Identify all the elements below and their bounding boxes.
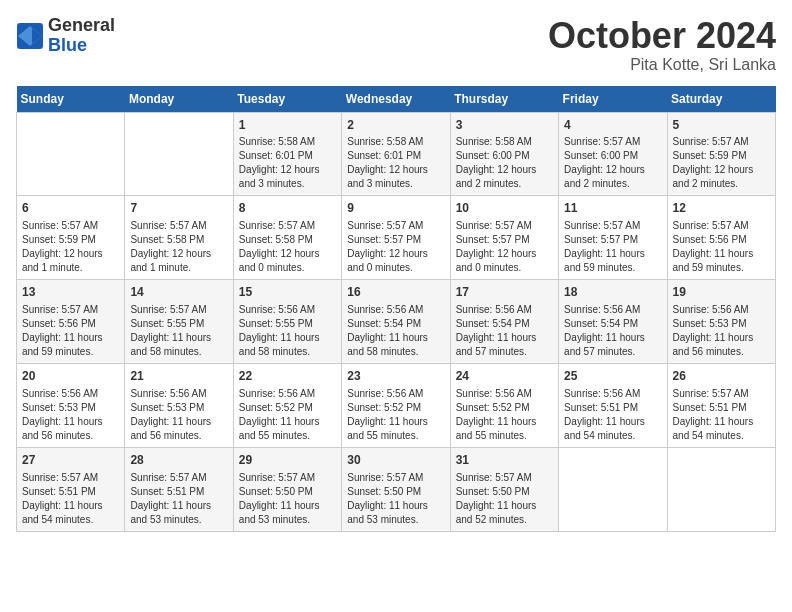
day-number: 8 (239, 200, 336, 217)
calendar-cell (125, 112, 233, 196)
col-monday: Monday (125, 86, 233, 113)
day-number: 20 (22, 368, 119, 385)
day-number: 26 (673, 368, 770, 385)
day-info-line: Sunset: 5:58 PM (130, 233, 227, 247)
day-info-line: Sunset: 5:56 PM (673, 233, 770, 247)
day-info-line: Sunrise: 5:56 AM (130, 387, 227, 401)
day-info-line: Sunset: 5:53 PM (673, 317, 770, 331)
day-number: 19 (673, 284, 770, 301)
calendar-cell: 21Sunrise: 5:56 AMSunset: 5:53 PMDayligh… (125, 363, 233, 447)
location: Pita Kotte, Sri Lanka (548, 56, 776, 74)
day-info-line: Sunset: 5:54 PM (564, 317, 661, 331)
day-number: 7 (130, 200, 227, 217)
day-number: 9 (347, 200, 444, 217)
day-info-line: Daylight: 11 hours and 56 minutes. (130, 415, 227, 443)
day-info-line: Sunrise: 5:57 AM (239, 471, 336, 485)
day-info-line: Daylight: 11 hours and 59 minutes. (564, 247, 661, 275)
calendar-week-row: 27Sunrise: 5:57 AMSunset: 5:51 PMDayligh… (17, 447, 776, 531)
day-info-line: Sunset: 5:59 PM (673, 149, 770, 163)
header-row: Sunday Monday Tuesday Wednesday Thursday… (17, 86, 776, 113)
calendar-week-row: 6Sunrise: 5:57 AMSunset: 5:59 PMDaylight… (17, 196, 776, 280)
day-info-line: Sunrise: 5:57 AM (22, 471, 119, 485)
day-info-line: Sunrise: 5:57 AM (456, 219, 553, 233)
day-number: 21 (130, 368, 227, 385)
day-info-line: Daylight: 12 hours and 1 minute. (130, 247, 227, 275)
day-info-line: Sunrise: 5:57 AM (673, 219, 770, 233)
day-info-line: Daylight: 12 hours and 2 minutes. (564, 163, 661, 191)
day-info-line: Sunset: 6:01 PM (347, 149, 444, 163)
day-number: 15 (239, 284, 336, 301)
day-info-line: Daylight: 11 hours and 53 minutes. (239, 499, 336, 527)
day-info-line: Sunrise: 5:56 AM (673, 303, 770, 317)
day-info-line: Sunrise: 5:58 AM (347, 135, 444, 149)
day-info-line: Daylight: 11 hours and 54 minutes. (673, 415, 770, 443)
day-number: 4 (564, 117, 661, 134)
day-info-line: Sunrise: 5:56 AM (456, 303, 553, 317)
day-number: 2 (347, 117, 444, 134)
day-info-line: Daylight: 11 hours and 52 minutes. (456, 499, 553, 527)
day-number: 6 (22, 200, 119, 217)
day-info-line: Daylight: 12 hours and 3 minutes. (239, 163, 336, 191)
calendar-cell: 15Sunrise: 5:56 AMSunset: 5:55 PMDayligh… (233, 280, 341, 364)
calendar-cell: 29Sunrise: 5:57 AMSunset: 5:50 PMDayligh… (233, 447, 341, 531)
day-info-line: Daylight: 12 hours and 2 minutes. (456, 163, 553, 191)
day-info-line: Sunset: 5:51 PM (130, 485, 227, 499)
day-number: 12 (673, 200, 770, 217)
day-info-line: Sunset: 5:57 PM (347, 233, 444, 247)
day-info-line: Sunrise: 5:57 AM (347, 219, 444, 233)
day-info-line: Daylight: 12 hours and 0 minutes. (239, 247, 336, 275)
day-info-line: Daylight: 11 hours and 55 minutes. (347, 415, 444, 443)
logo-icon (16, 22, 44, 50)
day-info-line: Sunset: 6:01 PM (239, 149, 336, 163)
calendar-cell: 22Sunrise: 5:56 AMSunset: 5:52 PMDayligh… (233, 363, 341, 447)
day-info-line: Daylight: 12 hours and 0 minutes. (456, 247, 553, 275)
day-info-line: Sunset: 5:50 PM (239, 485, 336, 499)
day-info-line: Sunrise: 5:57 AM (564, 135, 661, 149)
calendar-cell: 28Sunrise: 5:57 AMSunset: 5:51 PMDayligh… (125, 447, 233, 531)
day-info-line: Sunrise: 5:56 AM (564, 303, 661, 317)
day-info-line: Daylight: 11 hours and 57 minutes. (564, 331, 661, 359)
day-info-line: Daylight: 11 hours and 55 minutes. (456, 415, 553, 443)
day-info-line: Sunrise: 5:56 AM (239, 387, 336, 401)
day-number: 14 (130, 284, 227, 301)
calendar-cell: 9Sunrise: 5:57 AMSunset: 5:57 PMDaylight… (342, 196, 450, 280)
calendar-cell: 26Sunrise: 5:57 AMSunset: 5:51 PMDayligh… (667, 363, 775, 447)
day-number: 3 (456, 117, 553, 134)
day-info-line: Sunrise: 5:57 AM (239, 219, 336, 233)
day-info-line: Sunrise: 5:56 AM (22, 387, 119, 401)
day-number: 17 (456, 284, 553, 301)
day-number: 1 (239, 117, 336, 134)
day-info-line: Daylight: 12 hours and 1 minute. (22, 247, 119, 275)
day-info-line: Daylight: 12 hours and 0 minutes. (347, 247, 444, 275)
day-info-line: Sunset: 5:50 PM (456, 485, 553, 499)
day-info-line: Sunset: 5:58 PM (239, 233, 336, 247)
day-info-line: Sunset: 5:54 PM (347, 317, 444, 331)
day-info-line: Sunset: 5:54 PM (456, 317, 553, 331)
calendar-cell: 3Sunrise: 5:58 AMSunset: 6:00 PMDaylight… (450, 112, 558, 196)
calendar-cell (17, 112, 125, 196)
day-info-line: Sunrise: 5:57 AM (456, 471, 553, 485)
day-info-line: Daylight: 11 hours and 54 minutes. (22, 499, 119, 527)
day-info-line: Sunrise: 5:57 AM (564, 219, 661, 233)
day-info-line: Sunset: 5:52 PM (456, 401, 553, 415)
col-friday: Friday (559, 86, 667, 113)
day-info-line: Sunset: 5:51 PM (22, 485, 119, 499)
day-info-line: Sunrise: 5:57 AM (347, 471, 444, 485)
col-wednesday: Wednesday (342, 86, 450, 113)
day-number: 29 (239, 452, 336, 469)
day-info-line: Sunrise: 5:57 AM (130, 219, 227, 233)
calendar-week-row: 20Sunrise: 5:56 AMSunset: 5:53 PMDayligh… (17, 363, 776, 447)
day-info-line: Daylight: 11 hours and 54 minutes. (564, 415, 661, 443)
day-info-line: Daylight: 11 hours and 59 minutes. (673, 247, 770, 275)
calendar-cell: 12Sunrise: 5:57 AMSunset: 5:56 PMDayligh… (667, 196, 775, 280)
title-block: October 2024 Pita Kotte, Sri Lanka (548, 16, 776, 74)
day-info-line: Sunset: 5:52 PM (239, 401, 336, 415)
day-info-line: Sunset: 5:51 PM (564, 401, 661, 415)
day-info-line: Sunset: 5:55 PM (130, 317, 227, 331)
calendar-cell: 5Sunrise: 5:57 AMSunset: 5:59 PMDaylight… (667, 112, 775, 196)
logo: General Blue (16, 16, 115, 56)
month-title: October 2024 (548, 16, 776, 56)
day-info-line: Sunrise: 5:57 AM (22, 219, 119, 233)
col-saturday: Saturday (667, 86, 775, 113)
day-info-line: Sunrise: 5:56 AM (456, 387, 553, 401)
